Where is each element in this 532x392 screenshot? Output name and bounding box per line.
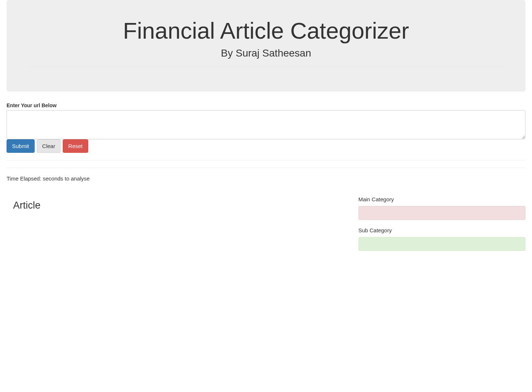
- divider-2: [7, 168, 525, 168]
- category-column: Main Category Sub Category: [358, 196, 525, 258]
- button-row: Submit Clear Reset: [7, 139, 525, 153]
- header-jumbotron: Financial Article Categorizer By Suraj S…: [7, 0, 525, 92]
- url-input-label: Enter Your url Below: [7, 102, 525, 108]
- divider-1: [7, 160, 525, 160]
- time-elapsed: Time Elapsed: seconds to analyse: [7, 175, 525, 182]
- time-elapsed-suffix: seconds to analyse: [43, 175, 90, 182]
- url-input[interactable]: [7, 110, 525, 139]
- clear-button[interactable]: Clear: [37, 139, 61, 153]
- sub-category-label: Sub Category: [358, 227, 525, 233]
- article-heading: Article: [13, 200, 347, 211]
- reset-button[interactable]: Reset: [63, 139, 88, 153]
- page-subtitle: By Suraj Satheesan: [28, 47, 504, 59]
- time-elapsed-prefix: Time Elapsed:: [7, 175, 43, 182]
- url-form-group: Enter Your url Below: [7, 102, 525, 139]
- header-divider: [28, 66, 504, 67]
- submit-button[interactable]: Submit: [7, 139, 35, 153]
- sub-category-value: [358, 237, 525, 251]
- results-row: Article Main Category Sub Category: [7, 196, 525, 258]
- main-category-label: Main Category: [358, 196, 525, 202]
- main-category-value: [358, 206, 525, 220]
- article-column: Article: [7, 196, 347, 258]
- page-title: Financial Article Categorizer: [28, 18, 504, 44]
